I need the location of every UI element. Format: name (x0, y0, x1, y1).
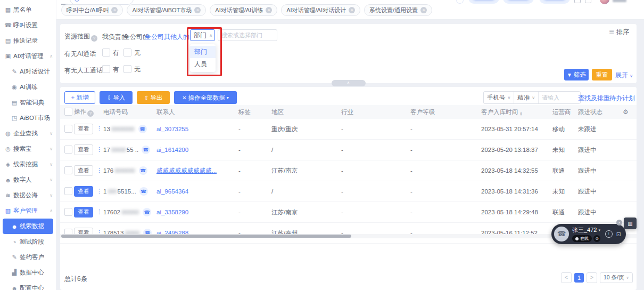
agent-phone-avatar[interactable]: ☎ (554, 227, 569, 241)
info-icon[interactable]: ? (91, 35, 97, 42)
row-checkbox[interactable] (64, 166, 72, 174)
manual-call-no-checkbox[interactable] (123, 65, 131, 73)
page-tab[interactable]: AI对话管理/AI训练 × (210, 4, 277, 16)
view-button[interactable]: 查看 (74, 186, 93, 197)
sidebar-item[interactable]: ☎ 呼叫设置 (0, 18, 56, 33)
batch-operate-button[interactable]: ✕ 操作全部数据 ▾ (174, 91, 237, 104)
topbar-pill-2[interactable] (503, 0, 534, 4)
page-tab[interactable]: 系统设置/通用设置 × (364, 4, 432, 16)
busy-toggle-icon[interactable]: ⊘ (593, 235, 600, 242)
row-more-icon[interactable]: ⋮ (96, 125, 102, 132)
tab-close-icon[interactable]: × (266, 7, 272, 13)
reset-button[interactable]: 重置 (592, 69, 612, 80)
contact-link[interactable]: ai_1614200 (156, 147, 188, 153)
sidebar-item[interactable]: ◎ 搜索宝 ∨ (0, 141, 56, 157)
agent-name-menu[interactable]: 张三_472 ▾ (572, 226, 600, 234)
dedupe-link[interactable]: 查找及排重 (578, 94, 610, 103)
tab-close-icon[interactable]: × (349, 7, 355, 13)
manual-call-yes-checkbox[interactable] (102, 65, 110, 73)
contact-link[interactable]: 威威威威威威威威威... (156, 167, 217, 174)
contact-link[interactable]: al_9654364 (156, 188, 188, 195)
dept-search-input[interactable] (218, 29, 277, 41)
row-more-icon[interactable]: ⋮ (96, 188, 102, 194)
info-icon[interactable]: ? (87, 110, 94, 117)
page-size-select[interactable]: 10 条/页 ∨ (600, 272, 633, 283)
page-tab[interactable]: AI对话管理/AI对话设计 × (281, 4, 360, 16)
row-more-icon[interactable]: ⋮ (96, 208, 102, 215)
topbar-pill-1[interactable] (468, 0, 499, 4)
dept-type-select[interactable]: 部门 ∧ (190, 29, 215, 41)
view-button[interactable]: 查看 (74, 124, 93, 134)
call-icon[interactable]: ☎ (138, 125, 147, 133)
sidebar-item[interactable]: ◳ AiBOT市场 (0, 110, 56, 126)
search-input[interactable] (539, 92, 580, 103)
sidebar-item[interactable]: ☻ 配置中心 (0, 280, 56, 290)
row-more-icon[interactable]: ⋮ (96, 167, 102, 173)
sidebar-item[interactable]: ▥ 客户管理 ∧ (0, 203, 56, 219)
contact-link[interactable]: ai_3358290 (156, 209, 188, 215)
dropdown-option-person[interactable]: 人员 (190, 58, 216, 70)
topbar-icon-1[interactable] (574, 0, 581, 3)
sidebar-item[interactable]: ◈ 线索挖掘 ∨ (0, 157, 56, 172)
dialpad-tab[interactable]: ▥ (624, 218, 637, 229)
scrollbar-thumb[interactable] (61, 235, 351, 238)
status-online-pill[interactable]: 在线 (572, 235, 592, 242)
sidebar-item[interactable]: ▦ 黑名单 (0, 2, 56, 18)
call-icon[interactable]: ☎ (139, 166, 147, 175)
page-tab[interactable]: 呼叫中台/AI呼叫 × (61, 4, 123, 16)
sidebar-item[interactable]: ▣ AI对话管理 ∧ (0, 49, 56, 64)
minimize-widget-icon[interactable]: ⊡ (616, 231, 621, 238)
page-tab[interactable]: AI对话管理/AiBOT市场 × (127, 4, 206, 16)
row-checkbox[interactable] (64, 125, 72, 133)
call-history-icon[interactable]: ! (605, 230, 613, 238)
dropdown-option-dept[interactable]: 部门 (190, 46, 216, 58)
column-settings-gear-icon[interactable]: ⚙ (623, 108, 629, 116)
ai-call-no-checkbox[interactable] (123, 49, 131, 57)
scope-option-others[interactable]: 全公司其他人的 (145, 33, 189, 42)
user-avatar[interactable] (600, 0, 609, 4)
topbar-pill-3[interactable] (539, 0, 570, 4)
sidebar-item[interactable]: ☻ 数字人 ∨ (0, 172, 56, 188)
filter-button[interactable]: ▼ 筛选 (564, 69, 589, 80)
select-all-checkbox[interactable] (64, 108, 72, 116)
sidebar-item[interactable]: ◉ AI训练 (0, 79, 56, 95)
call-icon[interactable]: ☎ (142, 146, 150, 154)
tab-close-icon[interactable]: × (194, 7, 201, 13)
widget-close-icon[interactable]: × (616, 220, 622, 225)
search-mode-select[interactable]: 精准 ∨ (514, 92, 539, 103)
ai-call-yes-checkbox[interactable] (102, 49, 110, 57)
add-button[interactable]: + 新增 (64, 91, 95, 104)
sort-icon[interactable]: ▲▼ (519, 111, 523, 116)
view-button[interactable]: 查看 (74, 144, 93, 155)
import-button[interactable]: ⇩ 导入 (100, 91, 133, 104)
sidebar-item[interactable]: ◔ 测试阶段 (0, 234, 56, 249)
sidebar-item[interactable]: ✎ AI对话设计 (0, 64, 56, 79)
sidebar-item[interactable]: ▟ 数据中心 (0, 265, 56, 280)
view-button[interactable]: 查看 (74, 207, 93, 218)
sidebar-item[interactable]: ✎ 签约客户 (0, 249, 56, 265)
view-button[interactable]: 查看 (74, 165, 93, 176)
row-checkbox[interactable] (64, 187, 72, 195)
sidebar-item[interactable]: ≋ 数据公海 ∨ (0, 188, 56, 203)
topbar-pill-partial[interactable] (456, 0, 464, 4)
row-checkbox[interactable] (64, 208, 72, 216)
call-icon[interactable]: ☎ (143, 208, 151, 216)
sidebar-item[interactable]: ▤ 推送记录 (0, 33, 56, 49)
export-button[interactable]: ⇧ 导出 (137, 91, 170, 104)
sidebar-item[interactable]: ◍ 企业查找 ∨ (0, 126, 56, 141)
topbar-icon-2[interactable] (585, 0, 591, 3)
prev-page-button[interactable]: < (561, 272, 572, 283)
tab-close-icon[interactable]: × (111, 7, 118, 13)
expand-link[interactable]: 展开 ∨ (615, 71, 633, 80)
current-page[interactable]: 1 (574, 273, 584, 283)
collapse-filter-handle[interactable]: ∧ (332, 80, 366, 86)
todo-plan-link[interactable]: 待办计划 (609, 94, 635, 103)
sidebar-item[interactable]: ▤ 智能词典 (0, 95, 56, 110)
call-icon[interactable]: ☎ (139, 187, 148, 196)
tab-close-icon[interactable]: × (420, 7, 427, 13)
sidebar-item[interactable]: ☻ 线索数据 (3, 219, 53, 234)
row-more-icon[interactable]: ⋮ (96, 146, 102, 152)
sort-button[interactable]: ☰ 排序 (609, 28, 629, 37)
contact-link[interactable]: al_3073255 (156, 126, 188, 132)
row-checkbox[interactable] (64, 146, 72, 154)
